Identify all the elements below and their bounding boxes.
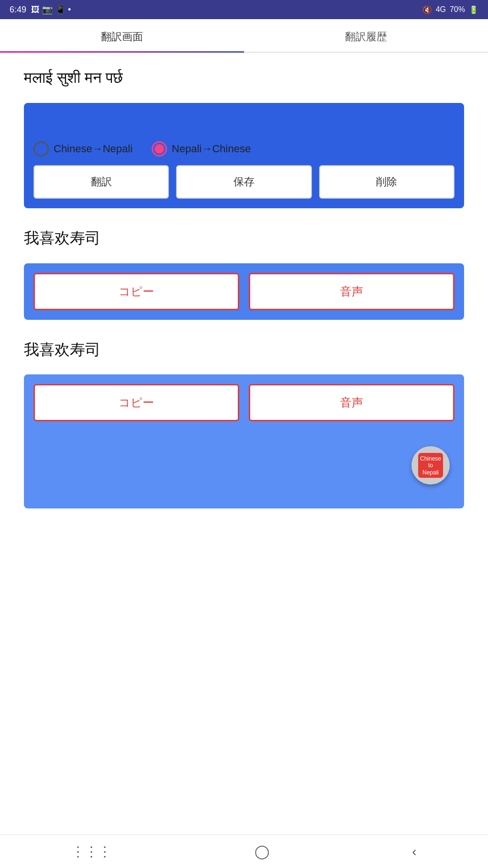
copy-audio-row-2: コピー 音声 [33, 384, 455, 421]
tab-history[interactable]: 翻訳履歴 [244, 19, 488, 52]
fab-button[interactable]: ChinesetoNepali [411, 446, 450, 485]
radio-label-nc: Nepali→Chinese [172, 143, 251, 155]
radio-circle-nc [152, 141, 167, 157]
status-battery: 70% [450, 5, 465, 14]
result-section-1: 我喜欢寿司 コピー 音声 [24, 227, 464, 320]
tab-bar: 翻訳画面 翻訳履歴 [0, 19, 488, 53]
status-icons: 🖼 📷 📱 • [31, 4, 71, 15]
status-bar: 6:49 🖼 📷 📱 • 🔇 4G 70% 🔋 [0, 0, 488, 19]
audio-button-2[interactable]: 音声 [249, 384, 455, 421]
translate-button[interactable]: 翻訳 [33, 165, 169, 199]
bottom-nav: ⋮⋮⋮ ◯ ‹ [0, 834, 488, 868]
radio-label-cn: Chinese→Nepali [54, 143, 133, 155]
status-bar-right: 🔇 4G 70% 🔋 [422, 5, 478, 14]
nepali-input-text: मलाई सुशी मन पर्छ [24, 67, 464, 89]
copy-button-2[interactable]: コピー [33, 384, 239, 421]
status-battery-icon: 🔋 [469, 5, 478, 14]
status-time: 6:49 [10, 5, 26, 15]
copy-button-1[interactable]: コピー [33, 273, 239, 310]
result-section-2: 我喜欢寿司 コピー 音声 ChinesetoNepali [24, 339, 464, 509]
action-button-row: 翻訳 保存 削除 [33, 165, 455, 199]
result-text-2: 我喜欢寿司 [24, 339, 464, 361]
result-box-1: コピー 音声 [24, 263, 464, 320]
nav-home-icon[interactable]: ◯ [255, 844, 269, 859]
result-text-1: 我喜欢寿司 [24, 227, 464, 249]
translation-box-inner: Chinese→Nepali Nepali→Chinese 翻訳 保存 削除 [33, 113, 455, 199]
status-bar-left: 6:49 🖼 📷 📱 • [10, 4, 71, 15]
result-box-2: コピー 音声 ChinesetoNepali [24, 374, 464, 508]
delete-button[interactable]: 削除 [319, 165, 455, 199]
nav-menu-icon[interactable]: ⋮⋮⋮ [71, 844, 111, 859]
nav-back-icon[interactable]: ‹ [412, 844, 416, 859]
radio-group: Chinese→Nepali Nepali→Chinese [33, 141, 455, 157]
radio-chinese-to-nepali[interactable]: Chinese→Nepali [33, 141, 133, 157]
copy-audio-row-1: コピー 音声 [33, 273, 455, 310]
radio-circle-cn [33, 141, 49, 157]
translation-box: Chinese→Nepali Nepali→Chinese 翻訳 保存 削除 [24, 103, 464, 208]
fab-label: ChinesetoNepali [420, 455, 441, 476]
status-signal: 4G [436, 5, 446, 14]
status-mute-icon: 🔇 [422, 5, 432, 14]
fab-inner: ChinesetoNepali [418, 453, 443, 478]
radio-nepali-to-chinese[interactable]: Nepali→Chinese [152, 141, 251, 157]
audio-button-1[interactable]: 音声 [249, 273, 455, 310]
tab-translate[interactable]: 翻訳画面 [0, 19, 244, 52]
main-content: मलाई सुशी मन पर्छ Chinese→Nepali Nepali→… [0, 53, 488, 556]
save-button[interactable]: 保存 [176, 165, 311, 199]
